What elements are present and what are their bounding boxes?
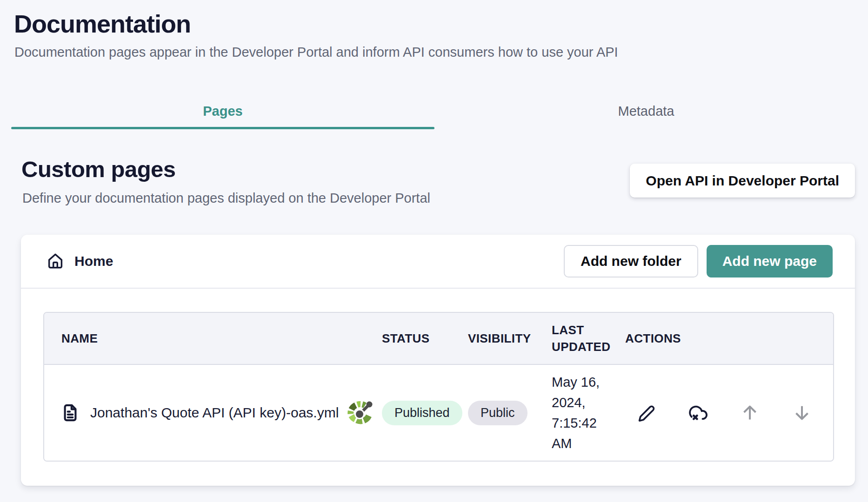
edit-page-button[interactable] xyxy=(634,402,657,424)
table-row: Jonathan's Quote API (API key)-oas.yml xyxy=(44,365,833,461)
actions-cell xyxy=(608,402,833,424)
pencil-edit-icon xyxy=(635,402,656,423)
breadcrumb-home-label: Home xyxy=(74,253,113,269)
last-updated-cell: May 16, 2024, 7:15:42 AM xyxy=(535,372,608,454)
section-subtitle: Define your documentation pages displaye… xyxy=(22,191,430,206)
page-name-label: Jonathan's Quote API (API key)-oas.yml xyxy=(90,405,339,421)
home-icon xyxy=(46,251,65,271)
page-subtitle: Documentation pages appear in the Develo… xyxy=(14,45,618,60)
custom-pages-card: Home Add new folder Add new page NAME ST… xyxy=(21,235,855,486)
open-api-in-developer-portal-button[interactable]: Open API in Developer Portal xyxy=(630,164,855,198)
column-header-last-updated: LAST UPDATED xyxy=(535,322,608,355)
tab-metadata[interactable]: Metadata xyxy=(434,93,858,129)
column-header-name: NAME xyxy=(44,330,365,347)
pages-table-wrapper: NAME STATUS VISIBILITY LAST UPDATED ACTI… xyxy=(43,312,834,462)
section-title: Custom pages xyxy=(21,156,176,182)
move-up-button[interactable] xyxy=(739,402,761,424)
page-name-cell: Jonathan's Quote API (API key)-oas.yml xyxy=(44,399,365,427)
page-title: Documentation xyxy=(14,9,191,38)
arrow-down-icon xyxy=(791,402,813,423)
tab-pages-label: Pages xyxy=(203,104,242,119)
cloud-unpublish-icon xyxy=(687,402,709,424)
card-header: Home Add new folder Add new page xyxy=(21,235,855,289)
add-new-page-button[interactable]: Add new page xyxy=(707,245,833,277)
tab-pages[interactable]: Pages xyxy=(11,93,434,129)
add-new-folder-button[interactable]: Add new folder xyxy=(564,245,698,277)
arrow-up-icon xyxy=(739,402,761,423)
visibility-cell: Public xyxy=(451,401,535,425)
tab-metadata-label: Metadata xyxy=(618,104,674,119)
status-badge: Published xyxy=(382,401,462,425)
column-header-visibility: VISIBILITY xyxy=(451,330,535,347)
status-cell: Published xyxy=(365,401,451,425)
pages-table: NAME STATUS VISIBILITY LAST UPDATED ACTI… xyxy=(43,312,834,462)
tab-bar: Pages Metadata xyxy=(11,93,858,129)
document-icon xyxy=(61,403,79,423)
move-down-button[interactable] xyxy=(791,402,813,424)
visibility-badge: Public xyxy=(468,401,527,425)
unpublish-page-button[interactable] xyxy=(687,402,709,424)
column-header-status: STATUS xyxy=(365,330,451,347)
table-header-row: NAME STATUS VISIBILITY LAST UPDATED ACTI… xyxy=(44,313,833,365)
column-header-actions: ACTIONS xyxy=(608,330,833,347)
